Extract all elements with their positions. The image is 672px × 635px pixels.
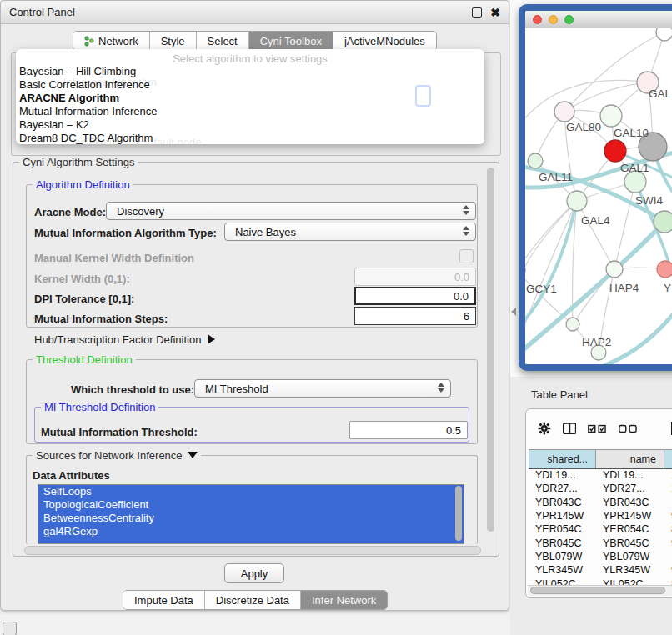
algorithm-option-dream8[interactable]: Dream8 DC_TDC Algorithm bbox=[19, 132, 153, 144]
ghost-combo-focus-ring bbox=[415, 85, 431, 107]
list-item-selected[interactable]: gal4RGexp bbox=[38, 525, 464, 538]
dpi-tolerance-label: DPI Tolerance [0,1]: bbox=[34, 292, 134, 305]
node-top-partial[interactable] bbox=[656, 28, 672, 41]
close-icon[interactable]: ✖ bbox=[490, 8, 500, 17]
minimize-traffic-light-icon[interactable] bbox=[549, 15, 558, 24]
settings-horizontal-scrollbar[interactable] bbox=[24, 546, 481, 555]
node-label: GAL80 bbox=[566, 121, 601, 133]
panel-divider-handle[interactable] bbox=[511, 308, 516, 316]
column-header-partial[interactable] bbox=[664, 449, 672, 468]
table-row[interactable]: YER054CYER054C8. bbox=[529, 522, 672, 536]
which-threshold-label: Which threshold to use: bbox=[71, 383, 194, 396]
manual-kernel-checkbox[interactable] bbox=[459, 249, 474, 263]
unchecked-pair-icon[interactable] bbox=[619, 424, 638, 433]
tab-impute-data[interactable]: Impute Data bbox=[123, 591, 205, 609]
mi-threshold-legend: MI Threshold Definition bbox=[41, 401, 158, 413]
list-item-selected[interactable]: TopologicalCoefficient bbox=[38, 498, 464, 512]
node-gal10[interactable] bbox=[600, 105, 622, 127]
bottom-tab-bar: Impute Data Discretize Data Infer Networ… bbox=[123, 590, 388, 610]
node-hap4[interactable] bbox=[606, 261, 623, 278]
data-attributes-label: Data Attributes bbox=[33, 469, 110, 482]
algorithm-option-aracne[interactable]: ARACNE Algorithm bbox=[19, 92, 119, 105]
mi-type-label: Mutual Information Algorithm Type: bbox=[34, 227, 217, 239]
table-body: YDL19...YDL19...13 YDR27...YDR27...12 YB… bbox=[529, 468, 672, 586]
table-row[interactable]: YPR145WYPR145W9. bbox=[529, 509, 672, 522]
threshold-definition-legend: Threshold Definition bbox=[33, 353, 136, 366]
tab-jactivemnodules[interactable]: jActiveMNodules bbox=[333, 32, 436, 50]
node-gal80[interactable] bbox=[554, 102, 574, 122]
hub-definition-toggle[interactable]: Hub/Transcription Factor Definition bbox=[34, 333, 215, 346]
network-edge[interactable] bbox=[577, 201, 614, 269]
zoom-traffic-light-icon[interactable] bbox=[564, 15, 574, 24]
node-salmon[interactable] bbox=[657, 261, 672, 278]
stepper-arrows-icon bbox=[438, 382, 444, 392]
list-item-selected[interactable]: SelfLoops bbox=[38, 485, 464, 498]
dpi-tolerance-field[interactable] bbox=[354, 287, 476, 305]
aracne-mode-select[interactable]: Discovery bbox=[106, 202, 476, 220]
algorithm-option-bayesian-k2[interactable]: Bayesian – K2 bbox=[19, 118, 89, 132]
list-vertical-scrollbar[interactable] bbox=[455, 486, 462, 541]
sources-legend[interactable]: Sources for Network Inference bbox=[33, 449, 201, 462]
top-tab-bar: Network Style Select Cyni Toolbox jActiv… bbox=[73, 31, 437, 51]
node-hap2[interactable] bbox=[566, 318, 579, 331]
mi-threshold-field[interactable] bbox=[349, 421, 468, 439]
tab-cyni-toolbox[interactable]: Cyni Toolbox bbox=[249, 32, 333, 50]
network-canvas[interactable]: GALGAL80GAL10GAL1GAL11SWI4GAL4GCY1HAP4YH… bbox=[525, 28, 672, 365]
table-horizontal-scrollbar[interactable] bbox=[528, 585, 672, 596]
table-panel-title: Table Panel bbox=[531, 388, 588, 401]
expanded-arrow-icon bbox=[188, 452, 198, 458]
tab-style[interactable]: Style bbox=[150, 32, 197, 50]
mi-type-select[interactable]: Naive Bayes bbox=[224, 222, 476, 241]
split-columns-icon[interactable] bbox=[563, 422, 577, 435]
node-label: SWI4 bbox=[635, 194, 663, 207]
algorithm-option-mutual-information[interactable]: Mutual Information Inference bbox=[19, 105, 157, 118]
network-edge[interactable] bbox=[525, 201, 577, 287]
which-threshold-select[interactable]: MI Threshold bbox=[194, 379, 451, 398]
checked-pair-icon[interactable] bbox=[588, 424, 607, 433]
table-row[interactable]: YBL079WYBL079W bbox=[529, 550, 672, 563]
gear-icon[interactable] bbox=[538, 421, 551, 436]
mi-steps-label: Mutual Information Steps: bbox=[34, 312, 168, 325]
table-row[interactable]: YLR345WYLR345W9. bbox=[529, 563, 672, 577]
table-row[interactable]: YDL19...YDL19...13 bbox=[529, 468, 672, 482]
node-gal11[interactable] bbox=[528, 153, 543, 168]
node-label: GAL1 bbox=[620, 162, 649, 174]
collapsed-panel-icon[interactable] bbox=[3, 622, 17, 635]
tab-select[interactable]: Select bbox=[197, 32, 249, 50]
node-red[interactable] bbox=[604, 140, 626, 162]
node-big-green[interactable] bbox=[654, 211, 672, 232]
table-header-row: shared... name bbox=[529, 449, 672, 469]
mi-steps-field[interactable] bbox=[354, 307, 476, 325]
tab-infer-network[interactable]: Infer Network bbox=[301, 591, 387, 609]
close-traffic-light-icon[interactable] bbox=[533, 15, 542, 24]
node-label: Y bbox=[664, 282, 671, 294]
stepper-arrows-icon bbox=[463, 205, 469, 215]
data-attributes-list: SelfLoops TopologicalCoefficient Between… bbox=[38, 484, 464, 544]
column-header-name[interactable]: name bbox=[596, 449, 664, 468]
algorithm-option-bayesian-hill-climbing[interactable]: Bayesian – Hill Climbing bbox=[19, 65, 136, 78]
list-item-selected[interactable]: BetweennessCentrality bbox=[38, 512, 464, 525]
tab-network[interactable]: Network bbox=[73, 32, 150, 50]
table-row[interactable]: YDR27...YDR27...12 bbox=[529, 482, 672, 495]
scrollbar-thumb[interactable] bbox=[530, 587, 665, 594]
control-panel-titlebar: Control Panel ✖ bbox=[1, 1, 509, 24]
cyni-algorithm-settings-legend: Cyni Algorithm Settings bbox=[19, 156, 138, 168]
apply-button[interactable]: Apply bbox=[224, 563, 284, 583]
column-header-shared[interactable]: shared... bbox=[529, 449, 596, 468]
algorithm-option-basic-correlation[interactable]: Basic Correlation Inference bbox=[19, 78, 150, 92]
table-row[interactable]: YBR043CYBR043C bbox=[529, 496, 672, 509]
algorithm-dropdown-prompt: Select algorithm to view settings bbox=[16, 52, 484, 65]
control-panel-window: Control Panel ✖ Network Style Select Cyn… bbox=[0, 0, 509, 611]
algorithm-dropdown-popup: Select algorithm to view settings Infere… bbox=[16, 49, 484, 144]
node-gal4[interactable] bbox=[567, 191, 587, 211]
kernel-width-field[interactable] bbox=[354, 268, 476, 286]
tab-network-label: Network bbox=[98, 35, 138, 48]
node-label: GAL10 bbox=[614, 127, 649, 139]
settings-vertical-scrollbar[interactable] bbox=[487, 168, 494, 532]
table-row[interactable]: YBR045CYBR045C9. bbox=[529, 536, 672, 549]
node-label: GAL bbox=[649, 88, 672, 100]
tab-discretize-data[interactable]: Discretize Data bbox=[205, 591, 301, 609]
network-window-titlebar[interactable] bbox=[525, 11, 672, 28]
window-title: Control Panel bbox=[9, 6, 75, 18]
float-window-icon[interactable] bbox=[472, 8, 482, 18]
